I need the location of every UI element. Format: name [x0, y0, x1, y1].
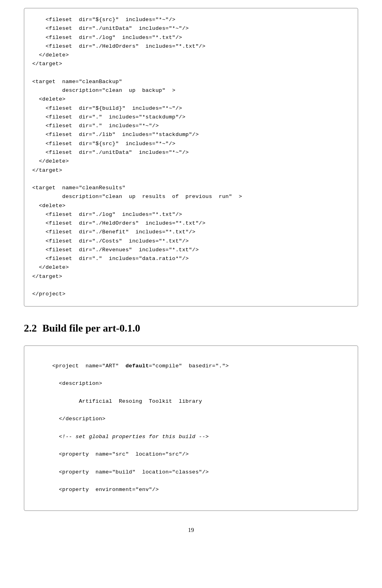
line8: <property environment="env"/> [52, 487, 159, 493]
comment-italic: <!-- set global properties for this buil… [59, 434, 209, 440]
line5-comment: <!-- set global properties for this buil… [52, 434, 209, 440]
section-number: 2.2 [24, 322, 37, 334]
page-container: <fileset dir="${src}" includes="*~"/> <f… [0, 0, 382, 588]
code-block-1-content: <fileset dir="${src}" includes="*~"/> <f… [32, 16, 350, 299]
page-number: 19 [24, 527, 358, 534]
line3: Artificial Resoing Toolkit library [52, 398, 202, 404]
default-keyword: default [125, 363, 149, 369]
line1: <project name="ART" default="compile" ba… [52, 363, 229, 369]
code-block-2-content: <project name="ART" default="compile" ba… [32, 353, 350, 504]
code-block-2: <project name="ART" default="compile" ba… [24, 345, 358, 511]
code-block-1: <fileset dir="${src}" includes="*~"/> <f… [24, 8, 358, 307]
line6: <property name="src" location="src"/> [52, 451, 189, 457]
section-title: Build file per art-0.1.0 [43, 322, 140, 334]
section-heading: 2.2 Build file per art-0.1.0 [24, 322, 358, 334]
line4: </description> [52, 416, 105, 422]
line2: <description> [52, 380, 102, 386]
line7: <property name="build" location="classes… [52, 469, 209, 475]
